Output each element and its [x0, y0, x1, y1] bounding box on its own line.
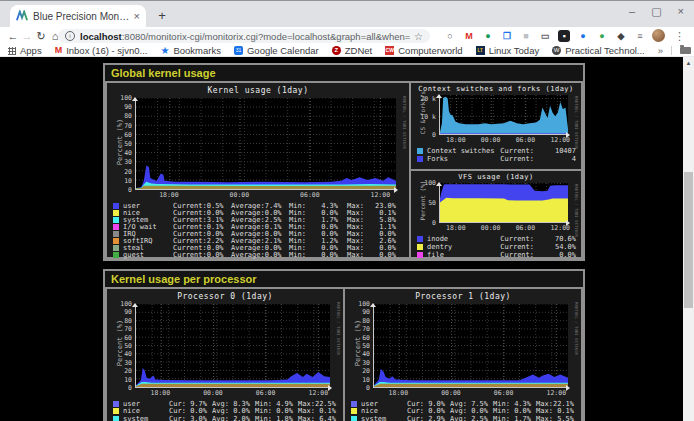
cast-icon[interactable]: ▭ — [539, 30, 551, 42]
y-tick: 70 — [362, 326, 370, 332]
bookmark-star-icon[interactable]: ☆ — [414, 31, 423, 42]
legend-value: 3.0% — [190, 415, 212, 421]
y-tick: 60 — [124, 132, 132, 138]
page-scrollbar[interactable]: ▲ — [683, 57, 694, 421]
browser-tab[interactable]: Blue Precision Monitorix × — [10, 5, 146, 27]
folder-icon — [680, 47, 691, 54]
x-tick: 06:00 — [256, 389, 276, 397]
y-tick: 100 — [358, 301, 370, 307]
legend-value: 0.0% — [379, 251, 405, 259]
lt-icon: LT — [476, 46, 485, 55]
gmail-icon[interactable]: M — [463, 30, 475, 42]
browser-toolbar: ← → ↻ ⌂ i localhost:8080/monitorix-cgi/m… — [0, 27, 694, 45]
bookmark-wp[interactable]: WPractical Technol... — [552, 45, 645, 56]
reload-button[interactable]: ↻ — [34, 29, 48, 43]
legend-label: inode — [427, 235, 448, 243]
messenger-icon[interactable]: ● — [577, 30, 589, 42]
legend-swatch — [417, 252, 423, 258]
y-tick: 80 — [124, 113, 132, 119]
back-button[interactable]: ← — [6, 29, 20, 43]
bookmark-calendar[interactable]: 31Google Calendar — [234, 45, 319, 56]
window-maximize-button[interactable]: ▢ — [651, 6, 661, 17]
legend-value: 6.4% — [319, 415, 341, 421]
legend-label: system — [123, 415, 169, 421]
window-minimize-button[interactable]: – — [629, 6, 635, 17]
extension-gray-icon[interactable]: ■ — [520, 30, 532, 42]
forward-button[interactable]: → — [20, 29, 34, 43]
tab-title: Blue Precision Monitorix — [33, 11, 130, 22]
legend-value: 54.0% — [534, 243, 576, 251]
y-tick: 30 — [362, 360, 370, 366]
scrollbar-thumb[interactable] — [684, 172, 693, 308]
legend-swatch — [417, 156, 423, 162]
x-tick: 12:00 — [550, 224, 570, 232]
context-switches-graph[interactable]: Context switches and forks (1day) CS & f… — [411, 83, 581, 169]
rrdtool-watermark: RRDTOOL / TOBI OETIKER — [402, 96, 407, 149]
scrollbar-up-arrow[interactable]: ▲ — [683, 57, 694, 68]
y-tick: 50 — [124, 343, 132, 349]
processor-0-graph[interactable]: Processor 0 (1day) Percent (%) RRDTOOL /… — [107, 289, 343, 421]
x-tick: 12:00 — [309, 389, 329, 397]
legend-value: 4 — [534, 155, 576, 163]
profile-avatar[interactable] — [652, 29, 665, 42]
extensions-puzzle-icon[interactable]: ◆ — [615, 30, 627, 42]
bookmark-zdnet[interactable]: ZZDNet — [332, 45, 372, 56]
other-bookmarks-button[interactable]: Other bookmarks — [680, 45, 694, 56]
y-axis: 050100 — [412, 183, 439, 223]
legend-value: 1.8% — [276, 415, 298, 421]
graph-title: Processor 1 (1day) — [345, 289, 581, 302]
browser-menu-icon[interactable]: ⋮ — [674, 29, 685, 43]
extension-green-icon[interactable]: ● — [482, 30, 494, 42]
kernel-usage-graph[interactable]: Kernel usage (1day) Percent (%) RRDTOOL … — [107, 83, 409, 257]
vfs-usage-graph[interactable]: VFS usage (1day) Percent (%) RRDTOOL / T… — [411, 171, 581, 257]
y-tick: 20 — [124, 169, 132, 175]
legend-value: 5.5% — [557, 415, 579, 421]
processor-1-graph[interactable]: Processor 1 (1day) Percent (%) RRDTOOL /… — [345, 289, 581, 421]
y-tick: 10 — [124, 377, 132, 383]
legend-row: inodeCurrent:70.6% — [417, 235, 576, 243]
legend-swatch — [113, 217, 119, 223]
bookmarks-overflow-icon[interactable]: » — [658, 45, 663, 56]
y-tick: 70 — [124, 326, 132, 332]
bookmark-gmail[interactable]: MInbox (16) - sjvn0... — [55, 45, 148, 56]
legend-swatch — [113, 210, 119, 216]
y-axis: 0102030405060708090100 — [346, 304, 373, 388]
x-axis: 18:0000:0006:0012:00 — [439, 224, 568, 232]
copy-pages-icon[interactable]: ❐ — [501, 30, 513, 42]
extension-circle-green-icon[interactable]: ● — [596, 30, 608, 42]
legend-value: 2.9% — [428, 415, 450, 421]
bookmark-label: Practical Technol... — [565, 45, 645, 56]
rrdtool-watermark: RRDTOOL / TOBI OETIKER — [574, 302, 579, 355]
y-tick: 20 — [124, 368, 132, 374]
legend-swatch — [113, 224, 119, 230]
legend-swatch — [113, 416, 119, 421]
bookmark-cw[interactable]: CWComputerworld — [385, 45, 462, 56]
bookmarks-bar: AppsMInbox (16) - sjvn0...★Bookmarks31Go… — [0, 45, 694, 57]
legend-swatch — [351, 408, 357, 414]
tab-close-icon[interactable]: × — [134, 11, 140, 21]
wp-icon: W — [552, 46, 561, 55]
graph-legend: Context switchesCurrent:10407ForksCurren… — [417, 147, 576, 163]
x-tick: 18:00 — [446, 224, 466, 232]
media-queue-icon[interactable]: ≡ — [634, 30, 646, 42]
y-tick: 20 k — [420, 96, 436, 102]
y-tick: 90 — [124, 309, 132, 315]
legend-swatch — [113, 401, 119, 407]
x-tick: 06:00 — [494, 389, 514, 397]
section-title: Kernel usage per processor — [105, 271, 583, 287]
bookmark-grid[interactable]: Apps — [8, 45, 42, 56]
bookmark-lt[interactable]: LTLinux Today — [476, 45, 540, 56]
window-close-button[interactable]: × — [678, 6, 684, 17]
bookmark-star[interactable]: ★Bookmarks — [160, 45, 220, 56]
legend-value: 1.7% — [514, 415, 536, 421]
search-icon[interactable]: ○ — [444, 30, 456, 42]
x-tick: 00:00 — [203, 389, 223, 397]
address-bar[interactable]: i localhost:8080/monitorix-cgi/monitorix… — [58, 29, 430, 43]
extension-dark-icon[interactable]: ▪ — [558, 30, 570, 42]
y-tick: 50 — [428, 200, 436, 206]
legend-row: fileCurrent:0.0% — [417, 251, 576, 259]
legend-value: 70.6% — [534, 235, 576, 243]
new-tab-button[interactable]: + — [154, 8, 170, 23]
legend-swatch — [113, 203, 119, 209]
page-info-icon[interactable]: i — [65, 31, 75, 41]
